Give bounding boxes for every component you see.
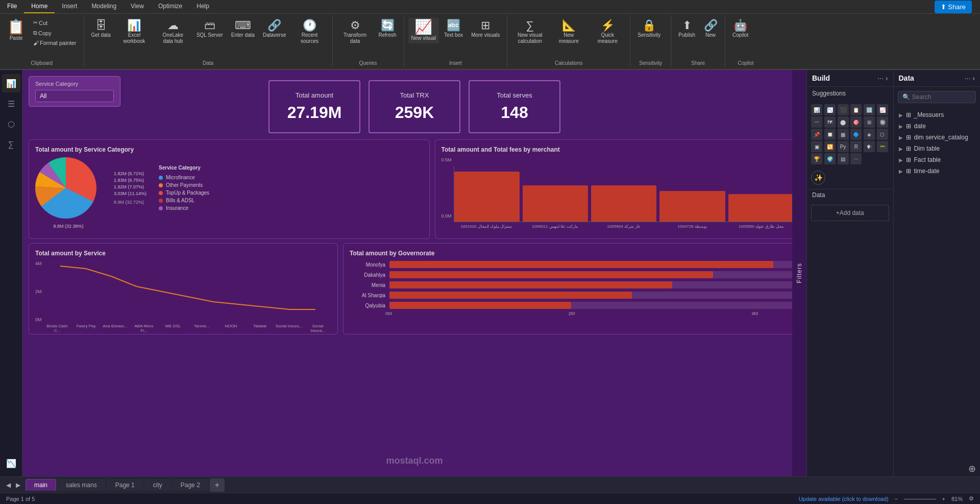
share-button[interactable]: ⬆ Share: [935, 1, 972, 13]
hbar-chart-box[interactable]: Total amount by Governorate Monofya Daka…: [343, 243, 800, 334]
viz-icon-22[interactable]: R: [850, 141, 862, 152]
add-page-button[interactable]: +: [210, 478, 225, 492]
transform-button[interactable]: ⚙ Transform data: [337, 18, 374, 46]
sidebar: 📊 ☰ ⬡ ∑ 📉: [0, 70, 22, 476]
viz-icon-5[interactable]: 🔢: [864, 104, 875, 115]
tree-item-time-date[interactable]: ▶ ⊞ time-date: [898, 165, 976, 177]
add-table-icon[interactable]: ⊕: [968, 463, 976, 474]
new-visual-button[interactable]: 📈 New visual: [408, 18, 439, 43]
viz-icon-21[interactable]: Py: [838, 141, 849, 152]
viz-icon-13[interactable]: 📌: [811, 129, 822, 140]
viz-icon-2[interactable]: 📉: [824, 104, 836, 115]
viz-icon-24[interactable]: 📟: [877, 141, 888, 152]
kpi-total-serves-value: 148: [485, 103, 544, 122]
page-tab-page2[interactable]: Page 2: [172, 479, 209, 491]
viz-icon-12[interactable]: 🔘: [877, 116, 888, 128]
sidebar-item-analytics[interactable]: 📉: [2, 454, 20, 472]
sidebar-item-report[interactable]: 📊: [2, 74, 20, 92]
tab-file[interactable]: File: [0, 0, 24, 13]
excel-button[interactable]: 📊 Excel workbook: [116, 18, 153, 46]
viz-icon-9[interactable]: ⬤: [838, 116, 849, 128]
page-tab-prev[interactable]: ◀: [4, 481, 13, 490]
copy-button[interactable]: ⧉ Copy: [30, 28, 80, 38]
page-tab-page1[interactable]: Page 1: [107, 479, 143, 491]
viz-icon-19[interactable]: ▣: [811, 141, 822, 152]
viz-icon-3[interactable]: ⬛: [838, 104, 849, 115]
viz-icon-16[interactable]: 🔷: [850, 129, 862, 140]
page-tab-city[interactable]: city: [144, 479, 171, 491]
filter-toggle[interactable]: Filters: [792, 70, 806, 476]
viz-icon-6[interactable]: 📈: [877, 104, 888, 115]
hbar-fill-qalyubia: [389, 302, 571, 309]
viz-icon-7[interactable]: 〰: [811, 116, 822, 128]
viz-icon-1[interactable]: 📊: [811, 104, 822, 115]
tree-item-fact-table[interactable]: ▶ ⊞ Fact table: [898, 154, 976, 165]
viz-icon-17[interactable]: ◈: [864, 129, 875, 140]
viz-icon-10[interactable]: 🎯: [850, 116, 862, 128]
format-painter-button[interactable]: 🖌 Format painter: [30, 38, 80, 47]
viz-icon-23[interactable]: 🗣: [864, 141, 875, 152]
build-expand-icon[interactable]: ›: [886, 74, 888, 82]
new-calc-button[interactable]: ∑ New visual calculation: [511, 18, 548, 46]
viz-icon-15[interactable]: ▦: [838, 129, 849, 140]
copilot-button[interactable]: 🤖 Copilot: [729, 18, 751, 40]
tree-item-dim-service[interactable]: ▶ ⊞ dim service_catalog: [898, 132, 976, 143]
service-category-select[interactable]: All: [35, 90, 114, 102]
viz-icon-8[interactable]: 🗺: [824, 116, 836, 128]
tab-home[interactable]: Home: [24, 0, 55, 13]
page-tab-sales-mans[interactable]: sales mans: [57, 479, 106, 491]
viz-icon-26[interactable]: 🌍: [824, 153, 836, 164]
viz-icon-18[interactable]: ⬡: [877, 129, 888, 140]
publish-button[interactable]: ⬆ Publish: [675, 18, 698, 40]
tree-item-date[interactable]: ▶ ⊞ date: [898, 121, 976, 132]
tab-view[interactable]: View: [124, 0, 151, 13]
ai-icon[interactable]: ✨: [811, 171, 825, 185]
zoom-plus[interactable]: +: [942, 496, 945, 502]
sql-button[interactable]: 🗃 SQL Server: [193, 18, 226, 40]
sensitivity-button[interactable]: 🔒 Sensitivity: [634, 18, 664, 40]
zoom-minus[interactable]: −: [895, 496, 898, 502]
viz-icon-28[interactable]: ···: [850, 153, 862, 164]
line-chart-box[interactable]: Total amount by Service 4M 2M 0M: [29, 243, 338, 334]
onelake-button[interactable]: ☁ OneLake data hub: [155, 18, 191, 46]
sidebar-item-dax[interactable]: ∑: [2, 135, 20, 154]
new-measure-button[interactable]: 📐 New measure: [550, 18, 587, 46]
settings-icon[interactable]: ⚙: [969, 495, 974, 502]
tab-help[interactable]: Help: [189, 0, 216, 13]
new-share-button[interactable]: 🔗 New: [700, 18, 721, 40]
tab-insert[interactable]: Insert: [55, 0, 84, 13]
data-expand-icon[interactable]: ›: [972, 74, 975, 82]
viz-icon-11[interactable]: ⊞: [864, 116, 875, 128]
bar-chart-box[interactable]: Total amount and Total fees by merchant …: [435, 139, 800, 239]
viz-icon-20[interactable]: 🔁: [824, 141, 836, 152]
page-tab-next[interactable]: ▶: [14, 481, 22, 490]
viz-icon-25[interactable]: 🏆: [811, 153, 822, 164]
dataverse-button[interactable]: 🔗 Dataverse: [260, 18, 289, 40]
tree-item-messuers[interactable]: ▶ ⊞ _Messuers: [898, 109, 976, 121]
refresh-button[interactable]: 🔄 Refresh: [376, 18, 400, 40]
data-more-icon[interactable]: ···: [965, 74, 971, 82]
recent-sources-button[interactable]: 🕐 Recent sources: [291, 18, 328, 46]
pie-chart-box[interactable]: Total amount by Service Category 8.8M (3…: [29, 139, 430, 239]
build-more-icon[interactable]: ···: [877, 74, 884, 82]
sidebar-item-table[interactable]: ☰: [2, 94, 20, 113]
page-tab-main[interactable]: main: [26, 479, 56, 491]
tree-item-dim-table[interactable]: ▶ ⊞ Dim table: [898, 143, 976, 154]
get-data-button[interactable]: 🗄 Get data: [88, 18, 114, 40]
sidebar-item-model[interactable]: ⬡: [2, 115, 20, 133]
tab-optimize[interactable]: Optimize: [151, 0, 189, 13]
quick-measure-button[interactable]: ⚡ Quick measure: [589, 18, 626, 46]
viz-icon-27[interactable]: ▤: [838, 153, 849, 164]
tab-modeling[interactable]: Modeling: [84, 0, 124, 13]
more-visuals-button[interactable]: ⊞ More visuals: [468, 18, 503, 40]
viz-icon-4[interactable]: 📋: [850, 104, 862, 115]
update-notice[interactable]: Update available (click to download): [799, 496, 889, 502]
cut-button[interactable]: ✂ Cut: [30, 18, 80, 28]
enter-data-button[interactable]: ⌨ Enter data: [228, 18, 258, 40]
text-box-button[interactable]: 🔤 Text box: [441, 18, 466, 40]
data-search-input[interactable]: [912, 93, 972, 101]
paste-button[interactable]: 📋 Paste: [4, 18, 28, 43]
zoom-slider[interactable]: ────────: [904, 496, 936, 502]
add-data-button[interactable]: +Add data: [811, 205, 889, 221]
viz-icon-14[interactable]: 🔲: [824, 129, 836, 140]
